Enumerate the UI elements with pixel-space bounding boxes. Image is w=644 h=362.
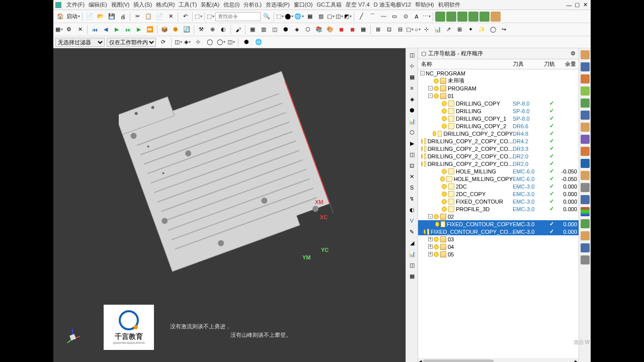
strip-s9-icon[interactable]: S [408,183,417,192]
search-icon[interactable]: 🔍 [262,12,272,22]
menu-item[interactable]: 帮助(H) [413,0,436,10]
menu-item[interactable]: 信息(I) [221,0,242,10]
tree-row[interactable]: +03 [418,235,579,243]
horizontal-scrollbar[interactable]: ◂▸ [418,358,579,362]
snap4-icon[interactable]: ◯ [205,37,215,47]
strip-s4-icon[interactable]: ⬡ [408,128,417,137]
menu-item[interactable]: GC工具箱 [314,0,344,10]
chart-icon[interactable]: 📊 [433,25,443,35]
strip-s3-icon[interactable]: 📊 [408,117,417,126]
turn-icon[interactable]: ◐ [218,25,228,35]
view-sphere-dropdown[interactable]: ⬤▾ [285,13,293,20]
prev-icon[interactable]: ◀ [101,25,111,35]
strip-layer-icon[interactable]: ≡ [408,83,417,93]
export-icon[interactable]: ↗ [444,25,454,35]
filter-sync-icon[interactable]: ⟳ [158,37,168,47]
op5-icon[interactable]: ◈ [292,25,302,35]
tree-row[interactable]: DRILLING_COPY_2DR6.6✓ [418,122,579,130]
excel4-icon[interactable] [468,12,478,22]
selection-filter-select[interactable]: 无选择过滤器 [55,38,105,47]
snap8-icon[interactable]: 🌐 [254,37,264,47]
rs7-icon[interactable] [581,123,590,132]
close-button[interactable]: ✕ [582,2,589,9]
col-tool[interactable]: 刀具 [513,60,544,68]
strip-s14-icon[interactable]: ◢ [408,238,417,247]
tree-row[interactable]: +05 [418,250,579,258]
snap2-dropdown[interactable]: ◈▾ [184,39,191,45]
delete-icon[interactable]: ✕ [166,12,176,22]
menu-item[interactable]: 视图(V) [109,0,132,10]
circle-dropdown[interactable]: ○▾ [415,27,421,33]
more-dropdown[interactable]: ⋯▾ [423,13,431,20]
strip-nav-icon[interactable]: ◫ [408,50,417,59]
ring-icon[interactable]: ◯ [488,25,498,35]
op8-icon[interactable]: 🎨 [325,25,335,35]
menu-item[interactable]: 分析(L) [242,0,263,10]
op2-icon[interactable]: ▥ [259,25,269,35]
strip-s1-icon[interactable]: ◈ [408,95,417,104]
arrow-icon[interactable]: ↪ [499,25,509,35]
menu-item[interactable]: 首选项(P) [264,0,292,10]
home-icon[interactable]: 🏠 [55,12,65,22]
layer-icon[interactable]: ▦ [305,12,315,22]
tree-row[interactable]: 2DC_COPYEMC-3.0✓0.000 [418,190,579,198]
op3-icon[interactable]: ◫ [270,25,280,35]
tree-row[interactable]: HOLE_MILLINGEMC-6.0✓-0.050 [418,167,579,175]
op6-icon[interactable]: ⬡ [303,25,313,35]
strip-s10-icon[interactable]: ↯ [408,194,417,203]
curve-icon[interactable]: ⊙ [400,12,411,22]
wire-dropdown[interactable]: ◫▾ [336,13,343,20]
strip-s6-icon[interactable]: ◫ [408,150,417,159]
op4-icon[interactable]: ⬢ [281,25,291,35]
tree-row[interactable]: FIXED_CONTOUR_COPYEMC-3.0✓0.000 [418,220,579,228]
rs14-icon[interactable] [581,207,590,216]
rs2-icon[interactable] [581,62,590,71]
spline-icon[interactable]: 〰 [378,12,388,22]
strip-s12-icon[interactable]: V [408,216,417,225]
rs3-icon[interactable] [581,74,590,83]
snap1-dropdown[interactable]: ◫▾ [175,39,182,45]
misc-icon[interactable]: ✦ [466,25,476,35]
cube2-dropdown[interactable]: ▢▾ [406,26,414,33]
menu-item[interactable]: 机明软件 [436,0,462,10]
tree-row[interactable]: +04 [418,243,579,250]
excel2-icon[interactable] [446,12,456,22]
sheet-icon[interactable]: ▥ [316,12,326,22]
excel-icon[interactable] [435,12,445,22]
operation-tree[interactable]: -NC_PROGRAM未用项-PROGRAM-01DRILLING_COPYSP… [418,69,579,358]
menu-item[interactable]: 格式(R) [154,0,177,10]
strip-s8-icon[interactable]: ✕ [408,172,417,181]
cut-icon[interactable]: ✂ [132,12,142,22]
op1-icon[interactable]: ▦ [248,25,258,35]
filter-dropdown[interactable]: ⬚▾ [207,13,214,20]
tree-row[interactable]: DRILLING_COPYSP-8.0✓ [418,100,579,107]
program-dropdown[interactable]: ▦▾ [55,26,63,33]
strip-s16-icon[interactable]: ◫ [408,260,417,269]
prev-start-icon[interactable]: ⏮ [90,25,100,35]
tree-row[interactable]: -PROGRAM [418,84,579,92]
col-path[interactable]: 刀轨 [544,60,559,68]
paste-icon[interactable]: 📄 [154,12,165,22]
op10-icon[interactable]: ◼ [347,25,357,35]
tree-row[interactable]: -02 [418,213,579,220]
tree-row[interactable]: FIXED_CONTOUR_COPY_CO...EMC-3.0✓0.000 [418,228,579,235]
print-icon[interactable]: 🖨 [118,12,128,22]
tree-row[interactable]: DRILLING_COPY_2_COPY_CO...DR2.0✓ [418,160,579,167]
line-icon[interactable]: ╱ [356,12,366,22]
strip-tree-icon[interactable]: ⊹ [408,61,417,70]
new-icon[interactable]: 📄 [85,12,95,22]
menu-item[interactable]: 装配(A) [199,0,221,10]
menu-item[interactable]: 插入(S) [131,0,154,10]
gear-icon[interactable]: ⚙ [571,50,576,57]
maximize-button[interactable]: ▢ [574,2,581,9]
save-icon[interactable]: 💾 [107,12,117,22]
strip-s2-icon[interactable]: ⬢ [408,106,417,115]
open-icon[interactable]: 📂 [96,12,106,22]
drill-icon[interactable]: ⊕ [207,25,217,35]
generate-icon[interactable]: 📦 [159,25,170,35]
rs4-icon[interactable] [581,86,590,96]
scope-filter-select[interactable]: 仅在工作部件内 [107,38,156,47]
tree-row[interactable]: DRILLING_COPY_2_COPY_CO...DR2.0✓ [418,152,579,160]
col-extra[interactable]: 余量 [559,60,578,68]
strip-s5-icon[interactable]: ▶ [408,139,417,148]
